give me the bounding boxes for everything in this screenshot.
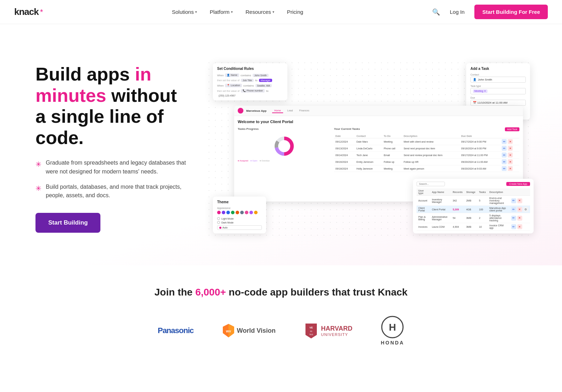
portal-welcome-text: Welcome to your Client Portal <box>238 120 519 124</box>
current-tasks-title: Your Current Tasks <box>334 127 360 131</box>
panasonic-logo: Panasonic <box>158 326 193 335</box>
delete-icon[interactable]: ✕ <box>508 139 513 144</box>
color-dot-blue[interactable] <box>226 211 230 214</box>
nav-platform[interactable]: Platform ▾ <box>205 6 238 18</box>
create-new-app-button[interactable]: Create New App <box>506 182 530 186</box>
edit-icon[interactable]: ✏ <box>511 198 516 203</box>
color-dot-green[interactable] <box>231 211 235 214</box>
honda-emblem-icon: H <box>381 316 404 338</box>
edit-icon[interactable]: ✏ <box>502 146 507 151</box>
delete-icon[interactable]: ✕ <box>517 224 522 229</box>
color-dot-orange[interactable] <box>236 211 239 214</box>
task-card-title: Add a Task <box>470 67 526 71</box>
portal-tabs: Home Lead Finances <box>272 109 312 113</box>
start-building-hero-button[interactable]: Start Building <box>35 213 100 233</box>
color-dot-slate[interactable] <box>240 211 244 214</box>
theme-auto-input[interactable]: Auto <box>217 225 262 230</box>
table-toolbar: Create New App <box>417 182 530 186</box>
rule-row-2-action: then set the value of 📞 Phone number to <box>217 89 283 93</box>
portal-tab-lead[interactable]: Lead <box>285 109 295 113</box>
portal-tab-home[interactable]: Home <box>272 109 283 113</box>
portal-app-name: Marvelous App <box>246 109 266 112</box>
theme-options: Light Mode Dark Mode <box>217 217 262 224</box>
light-mode-label: Light Mode <box>221 217 234 220</box>
delete-icon[interactable]: ✕ <box>508 166 513 171</box>
dark-mode-radio[interactable] <box>217 221 220 224</box>
color-dot-purple[interactable] <box>222 211 225 214</box>
delete-icon[interactable]: ✕ <box>517 216 522 221</box>
login-button[interactable]: Log In <box>446 6 469 18</box>
svg-text:H: H <box>389 322 396 333</box>
table-row: 09/14/2024Tech JaneEmailSend and review … <box>334 152 519 159</box>
edit-icon[interactable]: ✏ <box>502 139 507 144</box>
nav-pricing[interactable]: Pricing <box>282 6 308 18</box>
donut-legend: ● Assigned ● Open ● Overdue <box>238 160 330 162</box>
app-table-card: Create New App User type App Name Record… <box>413 179 534 233</box>
delete-icon[interactable]: ✕ <box>508 153 513 158</box>
contact-icon: 👤 <box>473 78 476 81</box>
svg-text:TAS: TAS <box>309 333 313 336</box>
hero-content: Build apps in minutes without a single l… <box>35 64 192 233</box>
start-building-cta-button[interactable]: Start Building For Free <box>474 5 548 19</box>
logo[interactable]: knack * <box>14 6 43 17</box>
trust-title-accent: 6,000+ <box>195 287 226 298</box>
nav-links: Solutions ▾ Platform ▾ Resources ▾ Prici… <box>167 6 308 18</box>
table-row: AccountInventory Manager3422MB5End-to-en… <box>417 196 530 206</box>
delete-icon[interactable]: ✕ <box>517 207 522 212</box>
theme-card-title: Theme <box>217 200 262 204</box>
light-mode-radio[interactable] <box>217 217 220 220</box>
portal-tab-finances[interactable]: Finances <box>297 109 311 113</box>
portal-nav: Marvelous App Home Lead Finances <box>234 106 523 116</box>
hero-screenshot: Set Conditional Rules When 👤 Name contai… <box>206 60 534 237</box>
logo-star: * <box>40 7 43 17</box>
color-palette <box>217 211 262 214</box>
edit-icon[interactable]: ✏ <box>511 207 516 212</box>
rule-row-1-action: then set the value of Job Title to Manag… <box>217 79 283 82</box>
color-dot-rose[interactable] <box>245 211 248 214</box>
theme-auto-label: Auto <box>222 226 227 229</box>
edit-icon[interactable]: ✏ <box>502 166 507 171</box>
theme-light-option[interactable]: Light Mode <box>217 217 262 220</box>
settings-icon[interactable]: ⚙ <box>523 207 528 212</box>
theme-dark-option[interactable]: Dark Mode <box>217 221 262 224</box>
color-dot-violet[interactable] <box>249 211 253 214</box>
svg-text:VE: VE <box>309 326 313 329</box>
nav-solutions[interactable]: Solutions ▾ <box>167 6 202 18</box>
hero-bullet-2: ✳ Build portals, databases, and more tha… <box>35 183 192 200</box>
edit-icon[interactable]: ✏ <box>502 153 507 158</box>
edit-icon[interactable]: ✏ <box>511 224 516 229</box>
search-icon[interactable]: 🔍 <box>432 8 440 16</box>
dark-mode-label: Dark Mode <box>221 221 233 224</box>
donut-svg <box>274 136 295 157</box>
edit-icon[interactable]: ✏ <box>502 159 507 164</box>
hero-section: Build apps in minutes without a single l… <box>0 24 562 265</box>
nav-actions: 🔍 Log In Start Building For Free <box>432 5 548 19</box>
delete-icon[interactable]: ✕ <box>508 159 513 164</box>
table-search-input[interactable] <box>417 182 445 186</box>
theme-appearance-label: Appearance <box>217 207 262 209</box>
world-vision-shield-icon: WV <box>222 323 235 338</box>
trust-title-part2: no-code app builders that trust Knack <box>226 287 408 298</box>
panasonic-logo-text: Panasonic <box>158 326 193 335</box>
honda-text: HONDA <box>381 340 404 346</box>
table-row: Client PortalClient Portal5,3094GB100Mar… <box>417 206 530 213</box>
hero-title: Build apps in minutes without a single l… <box>35 64 192 149</box>
delete-icon[interactable]: ✕ <box>517 198 522 203</box>
color-dot-pink[interactable] <box>217 211 221 214</box>
color-dot-amber[interactable] <box>254 211 258 214</box>
nav-resources[interactable]: Resources ▾ <box>241 6 279 18</box>
hero-bullet-1: ✳ Graduate from spreadsheets and legacy … <box>35 159 192 176</box>
theme-card: Theme Appearance Light Mode <box>213 197 266 233</box>
current-tasks-section: Your Current Tasks Add Task Date Contact… <box>334 127 519 172</box>
harvard-logo: VE RI TAS HARVARD UNIVERSITY <box>304 322 352 339</box>
auto-bullet-icon <box>219 227 221 229</box>
table-row: 09/13/2024Linda DeCarloPhone callSend ne… <box>334 145 519 152</box>
apps-data-table: User type App Name Records Storage Tasks… <box>417 188 530 231</box>
edit-icon[interactable]: ✏ <box>511 216 516 221</box>
tasks-progress-title: Tasks Progress <box>238 127 330 131</box>
task-due-field: Due 📅 11/10/2024 at 11:00 AM <box>470 96 526 106</box>
rule-row-1: When 👤 Name contains John Smith <box>217 73 283 77</box>
delete-icon[interactable]: ✕ <box>508 146 513 151</box>
table-row: 09/18/2024Holly JamesonMeetingMeet again… <box>334 165 519 172</box>
add-task-table-button[interactable]: Add Task <box>505 127 519 131</box>
